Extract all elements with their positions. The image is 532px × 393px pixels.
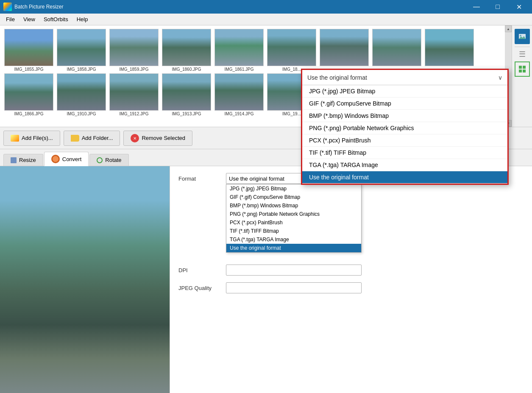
overlay-option-original[interactable]: Use the original format [302, 171, 507, 184]
remove-selected-button[interactable]: Remove Selected [123, 131, 192, 146]
scroll-up-button[interactable]: ▲ [505, 25, 512, 32]
svg-rect-5 [519, 70, 522, 72]
dpi-row: DPI [178, 265, 524, 276]
list-view-icon[interactable]: ☰ [519, 50, 526, 59]
thumbnail-image [372, 29, 421, 66]
thumbnail-image [214, 29, 264, 66]
overlay-option-tif[interactable]: TIF (*.tif) TIFF Bitmap [302, 147, 507, 159]
thumbnail-label: IMG_1866.JPG [14, 111, 44, 116]
thumbnail-image [57, 29, 106, 66]
rotate-tab-icon [97, 157, 103, 163]
convert-panel: Format JPG (*.jpg) JPEG BitmapGIF (*.gif… [0, 166, 532, 393]
list-item[interactable]: IMG_1861.JPG [214, 29, 265, 72]
list-item[interactable]: IMG_1859.JPG [109, 29, 159, 72]
svg-rect-3 [519, 66, 522, 69]
menu-file[interactable]: File [2, 14, 19, 24]
tab-convert-label: Convert [62, 156, 82, 162]
settings-panel: Format JPG (*.jpg) JPEG BitmapGIF (*.gif… [170, 166, 532, 393]
resize-tab-icon [11, 157, 17, 163]
list-item[interactable] [319, 29, 370, 72]
thumbnail-image [109, 29, 159, 66]
add-image-icon[interactable] [515, 29, 530, 44]
tab-rotate[interactable]: Rotate [89, 154, 128, 166]
list-item[interactable]: IMG_1913.JPG [161, 73, 212, 116]
remove-selected-icon [131, 134, 139, 142]
list-item[interactable]: IMG_18... [266, 29, 317, 72]
overlay-dropdown-header-text: Use the original format [307, 74, 498, 81]
side-panel: ☰ [512, 25, 532, 127]
list-item[interactable]: IMG_1910.JPG [56, 73, 107, 116]
thumbnail-label: IMG_1860.JPG [172, 67, 201, 72]
tab-resize[interactable]: Resize [3, 154, 43, 166]
format-option-tif[interactable]: TIF (*.tif) TIFF Bitmap [226, 227, 361, 235]
thumbnail-image [425, 29, 474, 66]
tab-rotate-label: Rotate [105, 157, 121, 163]
add-files-button[interactable]: Add File(s)... [3, 131, 60, 146]
thumbnail-label: IMG_1855.JPG [14, 67, 44, 72]
list-item[interactable] [371, 29, 422, 72]
thumbnail-image [4, 29, 53, 66]
overlay-option-gif[interactable]: GIF (*.gif) CompuServe Bitmap [302, 98, 507, 110]
overlay-option-pcx[interactable]: PCX (*.pcx) PaintBrush [302, 134, 507, 147]
format-option-jpg[interactable]: JPG (*.jpg) JPEG Bitmap [226, 184, 361, 193]
tab-convert[interactable]: Convert [44, 152, 89, 166]
format-option-png[interactable]: PNG (*.png) Portable Network Graphics [226, 210, 361, 218]
remove-selected-label: Remove Selected [142, 135, 185, 141]
jpeg-quality-label: JPEG Quality [178, 285, 221, 291]
dpi-label: DPI [178, 267, 221, 273]
jpeg-quality-row: JPEG Quality [178, 282, 524, 293]
jpeg-quality-input[interactable] [226, 282, 362, 293]
overlay-dropdown-list: JPG (*.jpg) JPEG Bitmap GIF (*.gif) Comp… [302, 85, 507, 184]
add-files-label: Add File(s)... [22, 135, 53, 141]
list-item[interactable]: IMG_1855.JPG [3, 29, 54, 72]
overlay-dropdown-header[interactable]: Use the original format ∨ [302, 70, 507, 85]
add-folder-label: Add Folder... [82, 135, 113, 141]
format-dropdown-list[interactable]: JPG (*.jpg) JPEG Bitmap GIF (*.gif) Comp… [226, 184, 362, 253]
overlay-dropdown-chevron-icon: ∨ [498, 74, 502, 81]
menu-view[interactable]: View [19, 14, 39, 24]
overlay-option-bmp[interactable]: BMP (*.bmp) Windows Bitmap [302, 110, 507, 122]
add-folder-button[interactable]: Add Folder... [64, 131, 120, 146]
thumbnail-image [57, 73, 106, 111]
add-files-icon [11, 135, 19, 142]
list-item[interactable]: IMG_1912.JPG [109, 73, 159, 116]
format-option-pcx[interactable]: PCX (*.pcx) PaintBrush [226, 218, 361, 227]
list-item[interactable]: IMG_1914.JPG [214, 73, 265, 116]
thumbnail-image [267, 29, 316, 66]
thumbnail-label: IMG_1913.JPG [172, 111, 201, 116]
close-button[interactable]: ✕ [509, 0, 529, 14]
app-title: Batch Picture Resizer [14, 4, 467, 10]
minimize-button[interactable]: — [467, 0, 486, 14]
maximize-button[interactable]: □ [488, 0, 507, 14]
preview-area [0, 166, 170, 393]
overlay-option-tga[interactable]: TGA (*.tga) TARGA Image [302, 159, 507, 171]
list-item[interactable]: IMG_1860.JPG [161, 29, 212, 72]
add-folder-icon [71, 135, 79, 142]
format-option-original[interactable]: Use the original format [226, 244, 361, 252]
thumbnail-label: IMG_1861.JPG [225, 67, 254, 72]
grid-view-icon[interactable] [515, 61, 530, 77]
svg-rect-4 [523, 66, 526, 69]
thumbnail-image [109, 73, 159, 111]
list-item[interactable]: IMG_1858.JPG [56, 29, 107, 72]
format-label: Format [178, 176, 221, 182]
svg-point-1 [520, 35, 521, 36]
dpi-input[interactable] [226, 265, 362, 276]
format-option-gif[interactable]: GIF (*.gif) CompuServe Bitmap [226, 193, 361, 201]
format-option-tga[interactable]: TGA (*.tga) TARGA Image [226, 235, 361, 244]
menu-softorbits[interactable]: SoftOrbits [39, 14, 72, 24]
tab-resize-label: Resize [19, 157, 36, 163]
thumbnail-label: IMG_1910.JPG [67, 111, 96, 116]
list-item[interactable]: IMG_1866.JPG [3, 73, 54, 116]
thumbnail-image [162, 73, 211, 111]
overlay-option-jpg[interactable]: JPG (*.jpg) JPEG Bitmap [302, 85, 507, 98]
convert-tab-icon [51, 155, 60, 163]
list-item[interactable] [424, 29, 475, 72]
menu-help[interactable]: Help [72, 14, 92, 24]
thumbnail-image [320, 29, 369, 66]
svg-rect-6 [523, 70, 526, 72]
overlay-option-png[interactable]: PNG (*.png) Portable Network Graphics [302, 122, 507, 134]
overlay-format-dropdown: Use the original format ∨ JPG (*.jpg) JP… [301, 69, 509, 185]
thumbnail-label: IMG_1914.JPG [225, 111, 254, 116]
format-option-bmp[interactable]: BMP (*.bmp) Windows Bitmap [226, 201, 361, 210]
